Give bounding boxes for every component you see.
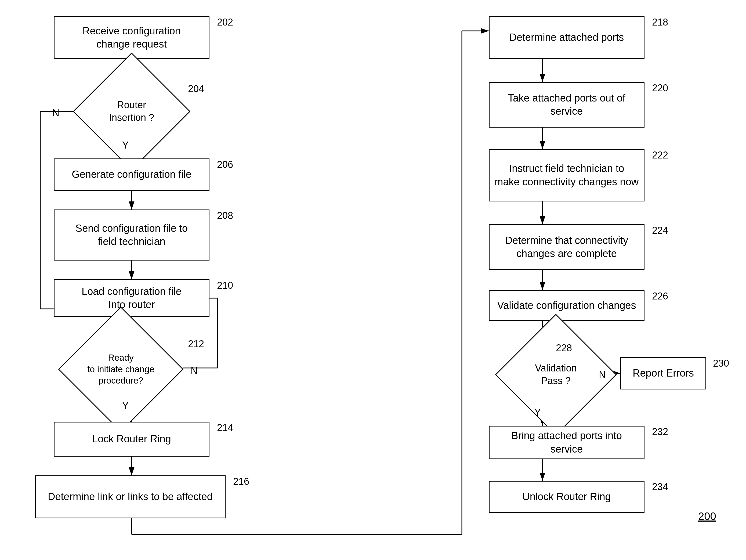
node-222-label: Instruct field technician to make connec… [495, 162, 639, 189]
label-210: 210 [217, 280, 233, 291]
node-212: Ready to initiate change procedure? [54, 337, 188, 401]
label-218: 218 [652, 17, 668, 28]
node-216-label: Determine link or links to be affected [48, 490, 213, 503]
node-210-label: Load configuration file Into router [82, 285, 181, 312]
node-232: Bring attached ports into service [489, 426, 644, 459]
label-220: 220 [652, 82, 668, 94]
node-224-label: Determine that connectivity changes are … [505, 234, 628, 260]
label-208: 208 [217, 210, 233, 221]
label-212-y: Y [122, 400, 128, 412]
node-234-label: Unlock Router Ring [522, 490, 611, 503]
label-226: 226 [652, 290, 668, 302]
node-230: Report Errors [620, 357, 706, 389]
label-230: 230 [713, 358, 729, 369]
label-212: 212 [188, 338, 204, 350]
node-204: Router Insertion ? [64, 82, 199, 141]
label-228-n: N [599, 369, 606, 381]
node-212-label: Ready to initiate change procedure? [87, 352, 154, 387]
label-204-y: Y [122, 140, 128, 151]
node-210: Load configuration file Into router [54, 279, 209, 317]
node-206-label: Generate configuration file [72, 168, 192, 181]
node-208: Send configuration file to field technic… [54, 209, 209, 260]
node-228-label: Validation Pass ? [535, 362, 577, 387]
label-222: 222 [652, 149, 668, 161]
diagram-label: 200 [698, 510, 716, 523]
node-206: Generate configuration file [54, 159, 209, 191]
node-218-label: Determine attached ports [509, 31, 624, 44]
node-232-label: Bring attached ports into service [494, 429, 639, 456]
label-206: 206 [217, 159, 233, 170]
label-204: 204 [188, 83, 204, 94]
node-234: Unlock Router Ring [489, 481, 644, 513]
node-220: Take attached ports out of service [489, 82, 644, 128]
flowchart-diagram: Receive configuration change request 202… [0, 0, 746, 560]
node-218: Determine attached ports [489, 16, 644, 59]
label-202: 202 [217, 17, 233, 28]
node-226: Validate configuration changes [489, 290, 644, 321]
label-228-y: Y [535, 407, 541, 418]
label-228: 228 [556, 342, 572, 354]
label-216: 216 [233, 476, 249, 487]
node-220-label: Take attached ports out of service [494, 91, 639, 118]
node-226-label: Validate configuration changes [497, 299, 636, 312]
node-230-label: Report Errors [633, 367, 694, 380]
node-214-label: Lock Router Ring [92, 432, 171, 446]
node-222: Instruct field technician to make connec… [489, 149, 644, 201]
label-204-n: N [52, 107, 59, 119]
node-208-label: Send configuration file to field technic… [76, 222, 188, 248]
label-234: 234 [652, 481, 668, 493]
node-204-label: Router Insertion ? [109, 99, 154, 124]
node-202-label: Receive configuration change request [82, 24, 180, 51]
label-224: 224 [652, 225, 668, 236]
node-216: Determine link or links to be affected [35, 475, 226, 519]
node-214: Lock Router Ring [54, 422, 209, 456]
label-232: 232 [652, 426, 668, 438]
node-224: Determine that connectivity changes are … [489, 224, 644, 270]
label-212-n: N [191, 365, 198, 376]
label-214: 214 [217, 422, 233, 433]
